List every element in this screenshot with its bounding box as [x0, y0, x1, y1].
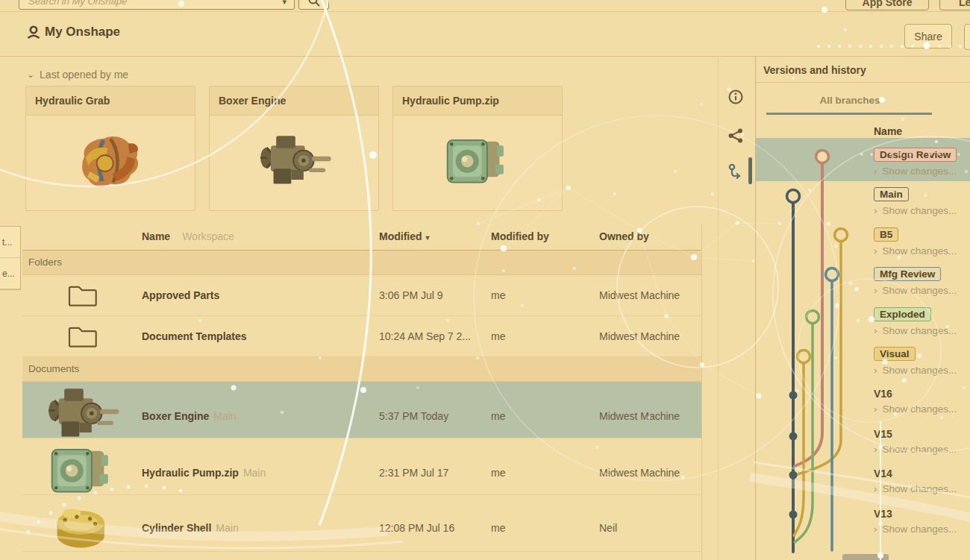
show-changes-link[interactable]: Show changes... — [874, 166, 970, 177]
show-changes-text: Show changes... — [883, 365, 957, 376]
column-header-name[interactable]: Name — [142, 230, 170, 242]
search-button[interactable] — [298, 0, 329, 10]
folder-icon — [22, 324, 142, 349]
onshape-app-window: Search in My Onshape ▾ App Store Learn M… — [0, 0, 970, 560]
version-node-b5[interactable] — [835, 229, 848, 242]
version-label[interactable]: B5 — [874, 227, 898, 242]
version-entry: MainShow changes... — [874, 187, 970, 216]
column-header-workspace[interactable]: Workspace — [182, 230, 234, 242]
chevron-down-icon: ⌄ — [27, 69, 34, 80]
version-label[interactable]: Main — [874, 187, 909, 201]
recent-card[interactable]: Hydraulic Grab — [25, 86, 195, 211]
version-node-v13[interactable] — [789, 511, 798, 519]
column-header-modified[interactable]: Modified — [379, 230, 422, 242]
info-icon[interactable] — [728, 89, 744, 105]
show-changes-text: Show changes... — [883, 325, 957, 336]
modified-cell: 3:06 PM Jul 9 — [379, 289, 491, 301]
show-changes-link[interactable]: Show changes... — [874, 365, 970, 376]
partial-next-badge — [842, 554, 889, 560]
left-nav-fragment: t... e... — [0, 226, 21, 290]
show-changes-link[interactable]: Show changes... — [874, 245, 970, 257]
show-changes-text: Show changes... — [883, 444, 957, 455]
search-placeholder: Search in My Onshape — [28, 0, 278, 7]
show-changes-text: Show changes... — [883, 245, 957, 257]
show-changes-link[interactable]: Show changes... — [874, 444, 970, 455]
versions-panel: Versions and history All branches Name — [755, 56, 970, 560]
version-entry: V15Show changes... — [874, 427, 970, 455]
share-icon[interactable] — [728, 128, 744, 144]
modified-by-cell: me — [491, 522, 599, 534]
show-changes-link[interactable]: Show changes... — [874, 483, 970, 494]
left-nav-item-truncated[interactable]: t... — [0, 227, 20, 258]
share-button[interactable]: Share — [904, 24, 952, 48]
recent-section-toggle[interactable]: ⌄ Last opened by me — [27, 63, 701, 86]
versions-history-icon[interactable] — [728, 163, 744, 181]
owned-by-cell: Midwest Machine — [599, 410, 701, 422]
documents-section-bar: Documents — [22, 357, 701, 382]
page-title: My Onshape — [45, 25, 120, 40]
document-row[interactable]: Boxer EngineMain5:37 PM TodaymeMidwest M… — [22, 382, 701, 438]
version-label[interactable]: V16 — [874, 386, 970, 400]
list-right-divider — [701, 224, 702, 560]
version-label[interactable]: Mfg Review — [874, 267, 941, 281]
learn-button[interactable]: Learn — [939, 0, 970, 10]
show-changes-text: Show changes... — [883, 285, 957, 296]
show-changes-link[interactable]: Show changes... — [874, 325, 970, 336]
documents-list: ⌄ Last opened by me Hydraulic GrabBoxer … — [22, 56, 701, 560]
search-input[interactable]: Search in My Onshape ▾ — [19, 0, 295, 10]
version-node-v14[interactable] — [789, 471, 798, 479]
version-node-main[interactable] — [787, 190, 800, 203]
table-header-row: Name Workspace Modified▾ Modified by Own… — [22, 223, 701, 251]
recent-card[interactable]: Boxer Engine — [209, 86, 379, 211]
partial-button[interactable] — [964, 24, 970, 50]
boxer-thumbnail — [210, 116, 378, 211]
version-label[interactable]: V13 — [874, 506, 970, 520]
show-changes-text: Show changes... — [883, 483, 957, 494]
version-node-visual[interactable] — [798, 350, 810, 363]
modified-cell: 5:37 PM Today — [379, 410, 491, 422]
recent-card[interactable]: Hydraulic Pump.zip — [392, 86, 563, 211]
show-changes-link[interactable]: Show changes... — [874, 403, 970, 415]
modified-by-cell: me — [491, 289, 599, 301]
side-toolbar — [718, 56, 756, 560]
chevron-down-icon[interactable]: ▾ — [282, 0, 287, 7]
show-changes-link[interactable]: Show changes... — [874, 205, 970, 216]
folder-name: Document Templates — [142, 330, 247, 342]
version-label[interactable]: Design Review — [874, 148, 957, 162]
column-header-owned-by[interactable]: Owned by — [599, 230, 701, 242]
sort-desc-icon: ▾ — [426, 233, 430, 242]
version-label[interactable]: V15 — [874, 427, 970, 440]
owned-by-cell: Midwest Machine — [599, 330, 701, 342]
version-label[interactable]: Visual — [874, 347, 916, 361]
top-toolbar: Search in My Onshape ▾ App Store Learn — [0, 0, 970, 12]
version-label[interactable]: V14 — [874, 466, 970, 479]
column-header-modified-by[interactable]: Modified by — [491, 230, 599, 242]
folder-row[interactable]: Approved Parts3:06 PM Jul 9meMidwest Mac… — [22, 275, 701, 316]
document-name-cell: Hydraulic Pump.zipMain — [142, 467, 379, 479]
folders-section-bar: Folders — [22, 251, 701, 275]
show-changes-text: Show changes... — [883, 403, 957, 415]
version-node-v16[interactable] — [789, 391, 798, 400]
version-entry: Mfg ReviewShow changes... — [874, 267, 970, 296]
workspace-tag: Main — [243, 467, 266, 479]
modified-cell: 10:24 AM Sep 7 2... — [379, 330, 491, 342]
left-nav-item-truncated[interactable]: e... — [0, 258, 20, 289]
folder-row[interactable]: Document Templates10:24 AM Sep 7 2...meM… — [22, 316, 701, 357]
version-node-v15[interactable] — [789, 432, 798, 441]
grab-thumbnail — [26, 116, 195, 211]
version-node-design-review[interactable] — [816, 151, 829, 163]
app-store-button[interactable]: App Store — [845, 0, 929, 10]
document-row[interactable]: Cylinder ShellMain12:08 PM Jul 16meNeil — [22, 495, 701, 552]
show-changes-link[interactable]: Show changes... — [874, 523, 970, 535]
version-label[interactable]: Exploded — [874, 307, 931, 321]
version-entry: V13Show changes... — [874, 506, 970, 535]
document-row[interactable]: Hydraulic Pump.zipMain2:31 PM Jul 17meMi… — [22, 438, 701, 495]
version-node-mfg-review[interactable] — [826, 268, 839, 281]
folder-name-cell: Document Templates — [142, 330, 379, 342]
version-node-exploded[interactable] — [807, 311, 819, 324]
modified-cell: 2:31 PM Jul 17 — [379, 467, 491, 479]
document-name-cell: Boxer EngineMain — [142, 410, 379, 422]
modified-by-cell: me — [491, 410, 599, 422]
show-changes-link[interactable]: Show changes... — [874, 285, 970, 296]
modified-cell: 12:08 PM Jul 16 — [379, 522, 491, 534]
